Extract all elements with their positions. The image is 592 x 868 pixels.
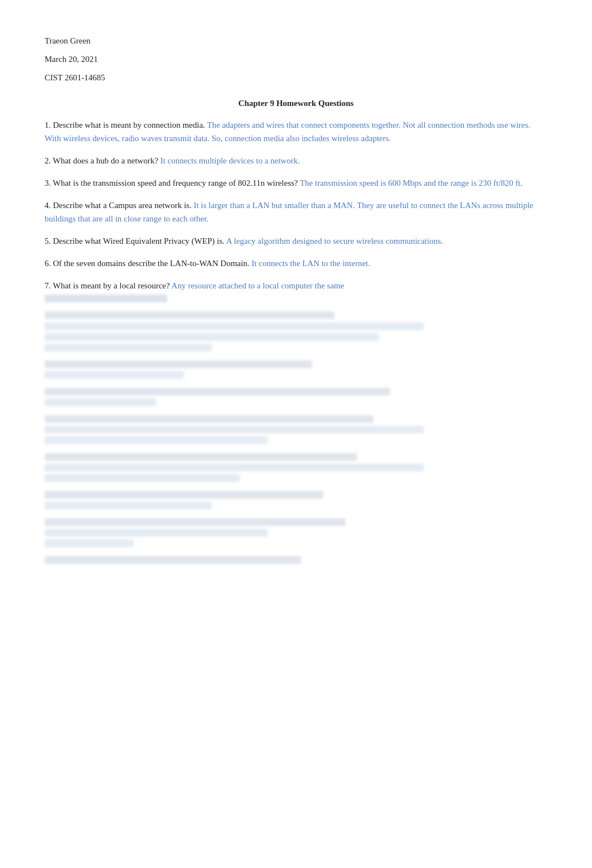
questions-list: 1. Describe what is meant by connection … [45,118,547,302]
q4-text: Describe what a Campus area network is. [53,201,192,210]
question-7: 7. What is meant by a local resource? An… [45,279,547,302]
question-1: 1. Describe what is meant by connection … [45,118,547,145]
blurred-q15 [45,556,547,564]
blurred-q9 [45,360,547,379]
blurred-q12 [45,453,547,482]
blurred-q11 [45,415,547,444]
blurred-q14 [45,518,547,547]
blurred-q13 [45,491,547,509]
q3-answer: The transmission speed is 600 Mbps and t… [300,179,523,187]
page-title: Chapter 9 Homework Questions [45,99,547,108]
question-5: 5. Describe what Wired Equivalent Privac… [45,234,547,248]
q7-answer-continued [45,295,167,302]
q6-text: Of the seven domains describe the LAN-to… [53,259,249,268]
q1-number: 1. [45,120,51,129]
date: March 20, 2021 [45,52,547,67]
q5-number: 5. [45,237,51,245]
question-2: 2. What does a hub do a network? It conn… [45,154,547,167]
q5-text: Describe what Wired Equivalent Privacy (… [53,237,225,245]
q7-number: 7. [45,281,51,290]
q3-text: What is the transmission speed and frequ… [53,179,298,187]
q2-answer: It connects multiple devices to a networ… [161,156,300,165]
header-info: Traeon Green March 20, 2021 CIST 2601-14… [45,33,547,85]
course: CIST 2601-14685 [45,70,547,85]
q1-text: Describe what is meant by connection med… [53,120,205,129]
q7-answer: Any resource attached to a local compute… [172,281,344,290]
question-4: 4. Describe what a Campus area network i… [45,199,547,225]
q7-text: What is meant by a local resource? [53,281,170,290]
q6-number: 6. [45,259,51,268]
question-3: 3. What is the transmission speed and fr… [45,176,547,190]
q2-text: What does a hub do a network? [53,156,158,165]
q4-number: 4. [45,201,51,210]
q3-number: 3. [45,179,51,187]
blurred-q10 [45,388,547,406]
blurred-q8 [45,311,547,351]
question-6: 6. Of the seven domains describe the LAN… [45,257,547,270]
q5-answer: A legacy algorithm designed to secure wi… [226,237,443,245]
blurred-content [45,311,547,564]
q6-answer: It connects the LAN to the internet. [251,259,370,268]
author-name: Traeon Green [45,33,547,49]
q2-number: 2. [45,156,51,165]
